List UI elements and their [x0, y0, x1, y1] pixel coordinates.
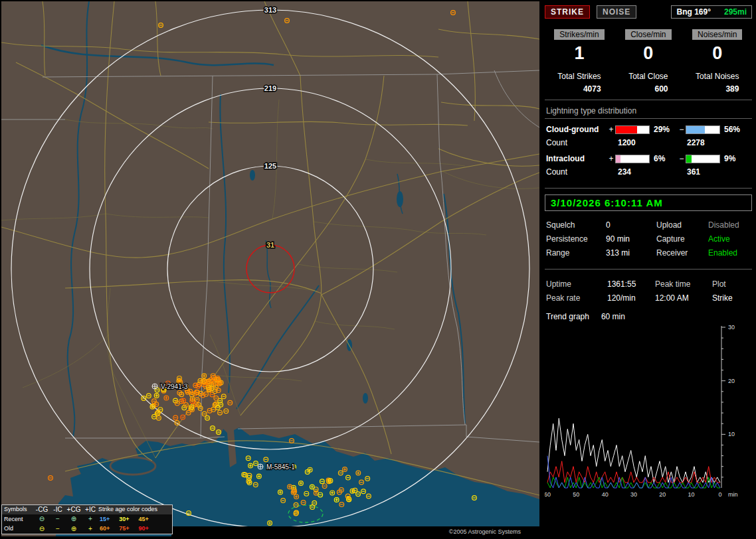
- svg-text:10: 10: [688, 491, 695, 498]
- legend-row-recent: Recent ⊖ − ⊕ + 15+ 30+ 45+: [2, 514, 172, 524]
- cg-negative-bar: [686, 125, 720, 134]
- strike-mode-button[interactable]: STRIKE: [545, 5, 590, 19]
- total-noises-value: 389: [696, 84, 739, 94]
- app-window: { "toolbar": { "strike_label": "STRIKE",…: [0, 0, 756, 539]
- bearing-readout: Bng 169° 295mi: [671, 5, 752, 19]
- trend-graph: 1020306050403020100min: [545, 324, 751, 502]
- storm-cell-label: V-2941-3: [161, 383, 188, 390]
- ic-positive-bar: [615, 155, 650, 163]
- strikes-per-min-chip: Strikes/min: [554, 29, 604, 40]
- peak-time-value: 12:00 AM: [655, 293, 712, 303]
- svg-text:30: 30: [630, 491, 637, 498]
- legend-header: Symbols -CG -IC +CG +IC Strike age color…: [2, 505, 172, 515]
- peak-rate-value: 120/min: [607, 293, 655, 303]
- bearing-range-value: 295mi: [724, 7, 747, 17]
- persistence-value: 90 min: [606, 234, 656, 244]
- ic-positive-count: 234: [618, 167, 687, 177]
- lake-pontchartrain: [110, 457, 155, 475]
- age-60: 60+: [100, 525, 110, 532]
- bearing-value: Bng 169°: [676, 7, 710, 17]
- intracloud-counts: Count 234 361: [545, 165, 752, 182]
- stats-table: Uptime 1361:55 Peak time Plot Peak rate …: [545, 275, 752, 307]
- map-canvas[interactable]: 313 219 125 31 V-2941-3 M-5845-1: [1, 1, 539, 536]
- noises-per-min-value: 0: [712, 43, 722, 64]
- svg-text:0: 0: [718, 491, 721, 498]
- legend-symbols-title: Symbols: [4, 506, 33, 513]
- ic-negative-pct: 9%: [723, 154, 748, 163]
- svg-text:40: 40: [602, 491, 609, 498]
- total-close-value: 600: [628, 84, 668, 94]
- cloud-ground-row: Cloud-ground + 29% − 56%: [545, 123, 752, 135]
- age-90: 90+: [139, 525, 149, 532]
- strikes-counter: Strikes/min 1 Total Strikes 4073: [545, 29, 614, 94]
- lightning-map[interactable]: 313 219 125 31 V-2941-3 M-5845-1 ©2005 A…: [1, 1, 539, 536]
- divider: [545, 188, 752, 189]
- close-per-min-value: 0: [643, 43, 653, 64]
- close-counter: Close/min 0 Total Close 600: [614, 29, 683, 94]
- svg-text:50: 50: [573, 491, 579, 498]
- legend-row-old: Old ⊖ − ⊕ + 60+ 75+ 90+: [2, 524, 172, 534]
- age-15: 15+: [100, 516, 110, 523]
- old-cg-pos-icon: ⊕: [65, 525, 82, 534]
- divider: [545, 100, 752, 100]
- ic-negative-bar: [686, 155, 720, 163]
- trend-window-value: 60 min: [601, 312, 625, 321]
- system-clock: 3/10/2026 6:10:11 AM: [545, 194, 752, 211]
- cg-negative-pct: 56%: [723, 125, 748, 134]
- range-value: 313 mi: [606, 248, 656, 258]
- old-ic-pos-icon: +: [82, 525, 98, 534]
- uptime-value: 1361:55: [607, 279, 655, 289]
- divider: [545, 269, 752, 270]
- copyright-text: ©2005 Astrogenic Systems: [449, 528, 521, 535]
- storm-cell-label: M-5845-1: [266, 463, 295, 471]
- trend-graph-header: Trend graph 60 min: [545, 307, 752, 323]
- ic-negative-count: 361: [687, 167, 751, 177]
- mode-toolbar: STRIKE NOISE Bng 169° 295mi: [545, 5, 752, 19]
- copyright-bar: ©2005 Astrogenic Systems: [171, 526, 539, 536]
- cg-negative-count: 2278: [687, 138, 751, 147]
- old-ic-neg-icon: −: [50, 525, 65, 534]
- legend-col-ic-pos: +IC: [82, 506, 98, 514]
- total-noises-label: Total Noises: [696, 72, 739, 81]
- noise-mode-button[interactable]: NOISE: [597, 5, 636, 19]
- noises-per-min-chip: Noises/min: [692, 29, 742, 40]
- ic-positive-pct: 6%: [652, 154, 678, 163]
- settings-table: Squelch 0 Upload Disabled Persistence 90…: [545, 215, 752, 263]
- cg-positive-bar: [615, 125, 650, 134]
- map-legend: Symbols -CG -IC +CG +IC Strike age color…: [1, 504, 173, 535]
- intracloud-row: Intracloud + 6% − 9%: [545, 153, 752, 165]
- squelch-value: 0: [606, 220, 656, 230]
- age-45: 45+: [139, 516, 149, 523]
- rate-counters: Strikes/min 1 Total Strikes 4073 Close/m…: [545, 29, 752, 94]
- plot-mode-value: Strike: [712, 293, 751, 303]
- close-per-min-chip: Close/min: [625, 29, 671, 40]
- ring-label-219: 219: [264, 84, 276, 92]
- svg-text:20: 20: [659, 491, 666, 498]
- age-75: 75+: [119, 525, 129, 532]
- old-cg-neg-icon: ⊖: [33, 525, 50, 534]
- strikes-per-min-value: 1: [574, 43, 584, 64]
- status-panel: STRIKE NOISE Bng 169° 295mi Strikes/min …: [541, 0, 756, 539]
- capture-status: Active: [708, 234, 751, 244]
- recent-cg-pos-icon: ⊕: [65, 515, 82, 524]
- ring-label-125: 125: [264, 162, 276, 170]
- svg-text:min: min: [728, 491, 738, 498]
- cg-positive-count: 1200: [618, 138, 687, 147]
- receiver-status: Enabled: [708, 248, 751, 258]
- svg-text:30: 30: [728, 324, 735, 331]
- cloud-ground-counts: Count 1200 2278: [545, 135, 752, 153]
- trend-graph-label: Trend graph: [546, 312, 589, 321]
- total-strikes-value: 4073: [557, 84, 601, 94]
- legend-col-ic-neg: -IC: [50, 506, 65, 514]
- cg-positive-pct: 29%: [652, 125, 678, 134]
- legend-age-title: Strike age color codes: [98, 506, 170, 513]
- total-strikes-label: Total Strikes: [557, 72, 601, 81]
- recent-ic-neg-icon: −: [50, 515, 65, 524]
- recent-ic-pos-icon: +: [82, 515, 98, 524]
- legend-col-cg-neg: -CG: [33, 506, 50, 514]
- distribution-title: Lightning type distribution: [545, 106, 752, 119]
- total-close-label: Total Close: [628, 72, 668, 81]
- svg-text:20: 20: [728, 378, 735, 384]
- recent-cg-neg-icon: ⊖: [33, 515, 50, 524]
- svg-text:60: 60: [545, 491, 551, 498]
